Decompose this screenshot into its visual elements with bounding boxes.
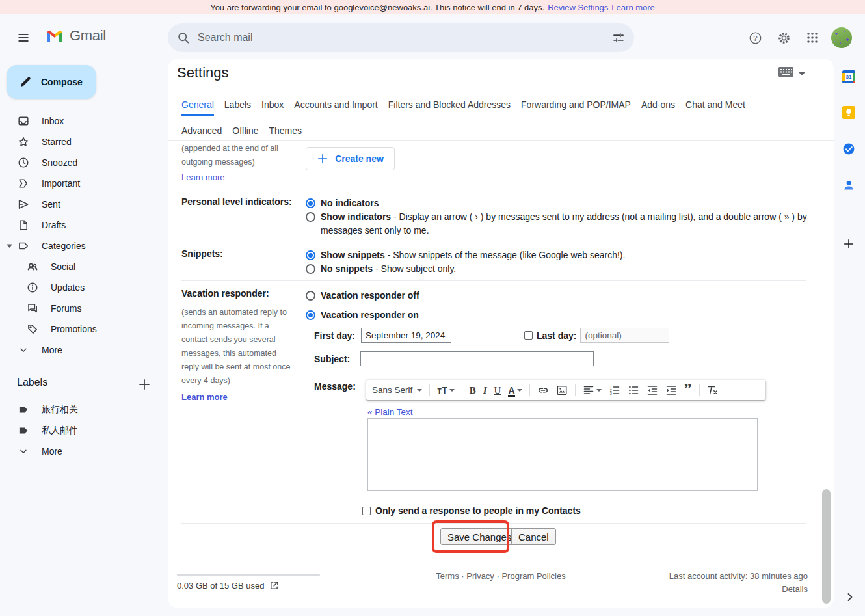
save-changes-button[interactable]: Save Changes — [440, 528, 518, 545]
chevron-down-icon — [17, 445, 30, 458]
italic-button[interactable]: I — [483, 384, 487, 396]
tab-labels[interactable]: Labels — [224, 96, 251, 116]
sidebar-item-label: Social — [51, 261, 75, 272]
contacts-only-checkbox[interactable] — [362, 507, 371, 515]
vacation-off-radio[interactable] — [306, 291, 315, 301]
sidebar-item-forums[interactable]: Forums — [0, 298, 166, 319]
inbox-icon — [17, 114, 30, 127]
link-button[interactable] — [537, 384, 549, 396]
bulleted-list-button[interactable] — [628, 384, 639, 396]
side-panel-calendar-button[interactable]: 31 — [837, 65, 860, 88]
sidebar-item-drafts[interactable]: Drafts — [0, 215, 166, 235]
contacts-only-label: Only send a response to people in my Con… — [375, 505, 581, 516]
sidebar-item-snoozed[interactable]: Snoozed — [0, 152, 166, 173]
indent-more-button[interactable] — [665, 384, 677, 396]
add-icon — [843, 238, 855, 250]
main-menu-button[interactable] — [10, 25, 36, 51]
font-family-label: Sans Serif — [372, 385, 412, 395]
no-snippets-radio[interactable] — [306, 264, 315, 274]
collapse-icon[interactable] — [7, 244, 12, 248]
search-icon[interactable] — [177, 31, 190, 44]
vacation-on-radio[interactable] — [306, 310, 315, 320]
google-apps-button[interactable] — [799, 25, 825, 51]
side-panel-add-button[interactable] — [837, 232, 860, 256]
tab-filters[interactable]: Filters and Blocked Addresses — [388, 96, 511, 116]
sidebar-item-promotions[interactable]: Promotions — [0, 319, 166, 340]
sidebar-item-categories[interactable]: Categories — [0, 235, 166, 256]
vacation-learn-more-link[interactable]: Learn more — [181, 392, 228, 402]
sidebar-item-label-travel[interactable]: 旅行相关 — [0, 399, 166, 420]
message-body-textarea[interactable] — [367, 418, 758, 491]
vacation-options: Vacation responder off Vacation responde… — [306, 289, 812, 322]
underline-button[interactable]: U — [494, 384, 501, 396]
gmail-logo[interactable]: Gmail — [46, 27, 106, 44]
signature-note: (appended at the end of all outgoing mes… — [181, 142, 297, 169]
tab-chat[interactable]: Chat and Meet — [685, 96, 745, 116]
image-icon — [556, 384, 568, 396]
image-button[interactable] — [556, 384, 568, 396]
signature-learn-more-link[interactable]: Learn more — [181, 172, 224, 182]
tab-addons[interactable]: Add-ons — [641, 96, 675, 116]
align-button[interactable] — [583, 384, 602, 396]
toolbar-separator — [462, 384, 462, 396]
tab-themes[interactable]: Themes — [269, 122, 302, 141]
svg-text:?: ? — [753, 34, 757, 42]
no-indicators-radio[interactable] — [306, 198, 315, 208]
subject-input[interactable] — [360, 351, 594, 366]
text-color-button[interactable]: A — [508, 384, 522, 396]
sidebar-item-label: Snoozed — [42, 157, 77, 168]
search-input[interactable] — [198, 32, 612, 44]
search-bar[interactable] — [168, 23, 634, 52]
settings-gear-button[interactable] — [771, 25, 797, 51]
sidebar-item-more[interactable]: More — [0, 340, 166, 360]
tab-inbox[interactable]: Inbox — [261, 96, 284, 116]
search-filter-icon[interactable] — [612, 31, 625, 44]
indent-less-button[interactable] — [646, 384, 658, 396]
plain-text-link[interactable]: « Plain Text — [367, 407, 413, 417]
show-indicators-desc: - Display an arrow ( › ) by messages sen… — [321, 211, 807, 235]
settings-tabs: GeneralLabelsInboxAccounts and ImportFil… — [168, 87, 834, 141]
scrollbar-thumb[interactable] — [822, 489, 831, 604]
tab-general[interactable]: General — [181, 96, 214, 116]
sidebar-item-updates[interactable]: Updates — [0, 277, 166, 298]
hide-side-panel-button[interactable] — [838, 585, 862, 609]
sidebar-item-starred[interactable]: Starred — [0, 131, 166, 152]
size-button[interactable]: тT — [437, 384, 454, 396]
sidebar-item-important[interactable]: Important — [0, 173, 166, 194]
tab-forwarding[interactable]: Forwarding and POP/IMAP — [521, 96, 631, 116]
remove-formatting-button[interactable] — [707, 384, 719, 396]
sidebar-item-social[interactable]: Social — [0, 256, 166, 277]
last-day-input[interactable] — [580, 328, 669, 343]
cancel-button[interactable]: Cancel — [511, 528, 556, 545]
compose-button[interactable]: Compose — [7, 65, 96, 99]
input-tools-button[interactable] — [778, 67, 793, 77]
bold-button[interactable]: B — [470, 384, 476, 396]
sidebar-item-labels-more[interactable]: More — [0, 441, 166, 462]
sidebar-item-inbox[interactable]: Inbox — [0, 111, 166, 131]
account-avatar[interactable] — [831, 27, 852, 48]
help-button[interactable]: ? — [742, 25, 768, 51]
side-panel-tasks-button[interactable] — [837, 137, 860, 161]
tab-offline[interactable]: Offline — [232, 122, 258, 141]
tab-accounts[interactable]: Accounts and Import — [294, 96, 377, 116]
side-panel-contacts-button[interactable] — [837, 174, 860, 197]
quote-button[interactable]: ” — [684, 384, 692, 396]
banner-review-settings-link[interactable]: Review Settings — [548, 3, 608, 12]
sidebar-item-label-personal[interactable]: 私人邮件 — [0, 420, 166, 441]
numbered-list-button[interactable]: 123 — [609, 384, 620, 396]
external-link-icon[interactable] — [269, 581, 279, 591]
create-label-button[interactable] — [135, 375, 153, 394]
input-tools-dropdown-icon[interactable] — [799, 72, 805, 79]
sidebar-item-sent[interactable]: Sent — [0, 194, 166, 215]
activity-details-link[interactable]: Details — [782, 584, 808, 594]
side-panel-divider — [840, 215, 858, 215]
banner-learn-more-link[interactable]: Learn more — [611, 3, 654, 12]
show-indicators-radio[interactable] — [306, 212, 315, 222]
last-day-checkbox[interactable] — [524, 331, 533, 340]
side-panel-keep-button[interactable] — [837, 101, 860, 124]
font-family-dropdown[interactable]: Sans Serif — [372, 385, 422, 395]
show-snippets-radio[interactable] — [306, 250, 315, 260]
first-day-input[interactable] — [361, 328, 451, 343]
tab-advanced[interactable]: Advanced — [181, 122, 222, 141]
create-new-signature-button[interactable]: Create new — [306, 147, 395, 170]
